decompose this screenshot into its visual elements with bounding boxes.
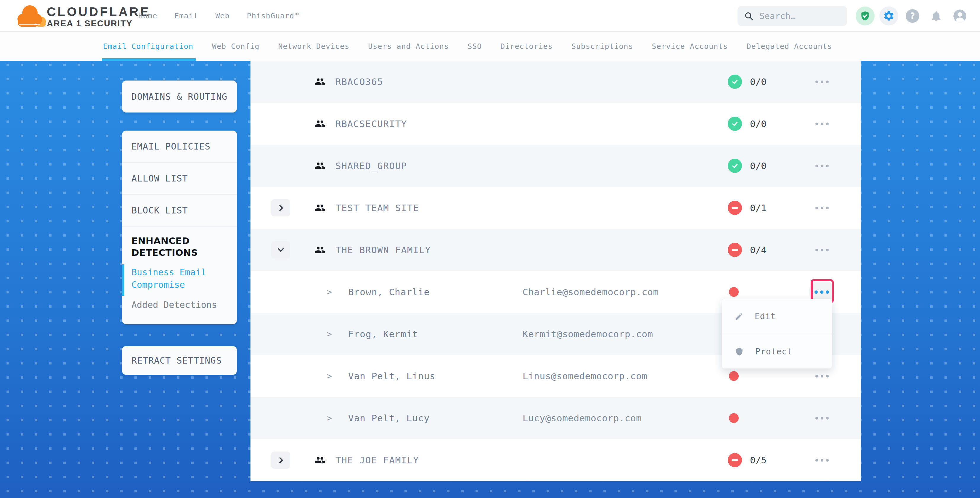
tab-delegated-accounts[interactable]: Delegated Accounts <box>746 32 832 61</box>
expand-row-button[interactable] <box>271 452 290 469</box>
sidebar-item-block-list[interactable]: BLOCK LIST <box>122 194 237 226</box>
minus-icon <box>732 207 738 209</box>
sidebar-card-retract-settings[interactable]: RETRACT SETTINGS <box>122 346 237 375</box>
group-name: RBACSECURITY <box>336 118 407 129</box>
table-row[interactable]: TEST TEAM SITE 0/1 <box>250 187 861 229</box>
table-row[interactable]: SHARED_GROUP 0/0 <box>250 145 861 187</box>
row-actions-button[interactable] <box>813 454 831 466</box>
bell-icon <box>930 10 943 22</box>
table-row[interactable]: RBACSECURITY 0/0 <box>250 103 861 145</box>
row-actions-button[interactable] <box>813 118 831 130</box>
member-email: Linus@somedemocorp.com <box>523 371 648 381</box>
group-icon <box>314 244 326 256</box>
unprotected-dot <box>729 371 739 381</box>
status-blocked-badge <box>728 243 742 257</box>
group-name: THE JOE FAMILY <box>336 455 419 465</box>
minus-icon <box>732 459 738 461</box>
minus-icon <box>732 249 738 251</box>
row-actions-button[interactable] <box>813 76 831 88</box>
check-icon <box>731 162 739 170</box>
allow-list-label: ALLOW LIST <box>132 173 188 184</box>
member-chevron-icon: > <box>327 329 332 339</box>
member-email: Lucy@somedemocorp.com <box>523 413 641 423</box>
member-chevron-icon: > <box>327 371 332 381</box>
tab-directories[interactable]: Directories <box>500 32 553 61</box>
row-actions-menu: Edit Protect <box>722 299 832 369</box>
group-name: THE BROWN FAMILY <box>336 245 431 255</box>
tab-subscriptions[interactable]: Subscriptions <box>571 32 633 61</box>
group-icon <box>314 202 326 213</box>
settings-button[interactable] <box>879 6 898 25</box>
pencil-icon <box>735 312 743 321</box>
expand-row-button[interactable] <box>271 199 290 216</box>
unprotected-dot <box>729 413 739 423</box>
group-icon <box>314 76 326 88</box>
row-actions-button[interactable] <box>813 202 831 214</box>
search-input[interactable] <box>759 11 834 21</box>
sidebar-item-added-detections[interactable]: Added Detections <box>132 299 228 311</box>
top-navigation: Home Email Web PhishGuard™ <box>138 0 299 32</box>
sidebar-item-allow-list[interactable]: ALLOW LIST <box>122 162 237 194</box>
menu-item-edit[interactable]: Edit <box>722 299 832 334</box>
active-indicator-bar <box>122 264 124 296</box>
unprotected-dot <box>729 287 739 297</box>
group-icon <box>314 455 326 466</box>
row-actions-button[interactable] <box>813 244 831 256</box>
menu-item-protect[interactable]: Protect <box>722 334 832 369</box>
nav-home[interactable]: Home <box>138 11 157 20</box>
group-icon <box>314 160 326 172</box>
sidebar-card-policies: EMAIL POLICIES ALLOW LIST BLOCK LIST ENH… <box>122 130 237 324</box>
enhanced-detections-title: ENHANCED DETECTIONS <box>132 235 228 258</box>
check-icon <box>731 120 739 127</box>
member-email: Charlie@somedemocorp.com <box>523 286 659 297</box>
tab-email-configuration[interactable]: Email Configuration <box>103 32 193 61</box>
tab-sso[interactable]: SSO <box>468 32 482 61</box>
group-name: SHARED_GROUP <box>336 161 407 171</box>
groups-table: RBACO365 0/0 RBACSECURITY 0/0 SHARED_GRO… <box>250 61 861 481</box>
table-row[interactable]: THE JOE FAMILY 0/5 <box>250 439 861 481</box>
help-button[interactable]: ? <box>903 6 922 25</box>
table-row[interactable]: THE BROWN FAMILY 0/4 <box>250 229 861 271</box>
row-actions-button[interactable] <box>813 160 831 172</box>
chevron-down-icon <box>277 245 284 252</box>
enhanced-detections-section: ENHANCED DETECTIONS Business Email Compr… <box>122 226 237 311</box>
nav-email[interactable]: Email <box>174 11 198 20</box>
tab-users-and-actions[interactable]: Users and Actions <box>368 32 449 61</box>
status-ok-badge <box>728 117 742 131</box>
business-email-compromise-label: Business Email Compromise <box>132 267 206 290</box>
protection-status-button[interactable] <box>856 6 875 25</box>
protected-count: 0/1 <box>750 202 767 213</box>
notifications-button[interactable] <box>927 6 946 25</box>
cloudflare-logo-icon <box>17 3 46 28</box>
row-actions-button[interactable] <box>813 412 831 424</box>
nav-phishguard[interactable]: PhishGuard™ <box>247 11 299 20</box>
block-list-label: BLOCK LIST <box>132 205 188 216</box>
group-name: RBACO365 <box>336 76 383 87</box>
protected-count: 0/0 <box>750 118 767 129</box>
row-actions-button[interactable] <box>813 370 831 382</box>
tab-network-devices[interactable]: Network Devices <box>278 32 350 61</box>
member-name: Frog, Kermit <box>348 329 418 339</box>
shield-check-icon <box>859 10 871 22</box>
added-detections-label: Added Detections <box>132 300 217 310</box>
protected-count: 0/0 <box>750 76 767 87</box>
table-row[interactable]: RBACO365 0/0 <box>250 61 861 103</box>
sidebar-item-email-policies[interactable]: EMAIL POLICIES <box>122 130 237 162</box>
brand-subtitle: AREA 1 SECURITY <box>47 18 150 29</box>
account-button[interactable] <box>950 6 969 25</box>
nav-web[interactable]: Web <box>215 11 229 20</box>
search-box[interactable] <box>738 6 847 26</box>
tab-service-accounts[interactable]: Service Accounts <box>652 32 728 61</box>
status-blocked-badge <box>728 201 742 215</box>
shield-icon <box>735 347 744 356</box>
header-icon-group: ? <box>856 0 969 32</box>
edit-label: Edit <box>755 312 776 321</box>
sidebar-card-domains-routing[interactable]: DOMAINS & ROUTING <box>122 81 237 113</box>
search-icon <box>744 11 754 21</box>
collapse-row-button[interactable] <box>271 241 290 258</box>
member-chevron-icon: > <box>327 287 332 297</box>
sidebar-item-business-email-compromise[interactable]: Business Email Compromise <box>132 266 228 291</box>
domains-routing-label: DOMAINS & ROUTING <box>132 91 228 102</box>
tab-web-config[interactable]: Web Config <box>212 32 260 61</box>
table-row[interactable]: > Van Pelt, Lucy Lucy@somedemocorp.com <box>250 397 861 439</box>
